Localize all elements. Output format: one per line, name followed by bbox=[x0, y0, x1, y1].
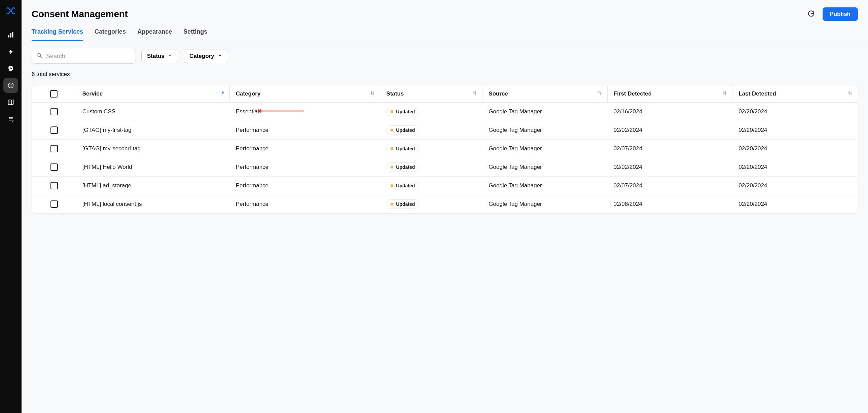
status-badge: Updated bbox=[386, 181, 419, 190]
row-checkbox[interactable] bbox=[51, 108, 58, 115]
row-checkbox[interactable] bbox=[51, 145, 58, 152]
th-last-detected[interactable]: Last Detected bbox=[733, 86, 858, 103]
tab-tracking-services[interactable]: Tracking Services bbox=[32, 28, 83, 41]
status-filter[interactable]: Status bbox=[141, 49, 178, 63]
category-filter[interactable]: Category bbox=[184, 49, 228, 63]
tabs: Tracking ServicesCategoriesAppearanceSet… bbox=[22, 21, 868, 41]
cell-source: Google Tag Manager bbox=[483, 158, 608, 177]
nav-shield[interactable] bbox=[3, 61, 18, 76]
status-badge: Updated bbox=[386, 107, 419, 116]
svg-rect-1 bbox=[10, 33, 11, 38]
svg-point-10 bbox=[10, 86, 10, 87]
cell-category: Performance bbox=[230, 158, 380, 177]
search-input[interactable] bbox=[46, 53, 131, 60]
search-field[interactable] bbox=[32, 49, 136, 64]
cell-last-detected: 02/20/2024 bbox=[733, 195, 858, 213]
th-first-label: First Detected bbox=[614, 91, 652, 97]
svg-point-7 bbox=[9, 85, 10, 85]
cell-last-detected: 02/20/2024 bbox=[733, 158, 858, 177]
sort-icon bbox=[722, 91, 727, 98]
th-source[interactable]: Source bbox=[483, 86, 608, 103]
status-badge: Updated bbox=[386, 199, 419, 209]
svg-point-9 bbox=[11, 86, 12, 87]
status-text: Updated bbox=[396, 127, 415, 133]
refresh-button[interactable] bbox=[805, 8, 817, 20]
cell-status: Updated bbox=[380, 103, 483, 121]
status-text: Updated bbox=[396, 201, 415, 207]
tab-appearance[interactable]: Appearance bbox=[137, 28, 172, 41]
logo[interactable] bbox=[3, 3, 18, 18]
nav-list[interactable] bbox=[3, 112, 18, 126]
refresh-icon bbox=[807, 10, 815, 19]
svg-rect-2 bbox=[12, 32, 13, 38]
tab-categories[interactable]: Categories bbox=[95, 28, 126, 41]
publish-button[interactable]: Publish bbox=[823, 7, 858, 21]
table-row[interactable]: [HTML] Hello WorldPerformanceUpdatedGoog… bbox=[32, 158, 858, 177]
status-dot-icon bbox=[391, 147, 393, 150]
status-badge: Updated bbox=[386, 144, 419, 153]
toolbar: Status Category bbox=[22, 41, 868, 64]
total-services-text: 6 total services bbox=[22, 64, 868, 78]
th-last-label: Last Detected bbox=[739, 91, 776, 97]
status-text: Updated bbox=[396, 146, 415, 151]
cell-first-detected: 02/02/2024 bbox=[608, 121, 733, 139]
status-filter-label: Status bbox=[147, 53, 164, 60]
services-table: Service Category Status bbox=[32, 85, 858, 214]
annotation-arrow-icon bbox=[257, 108, 304, 115]
table-container: Service Category Status bbox=[22, 78, 868, 221]
nav-map[interactable] bbox=[3, 95, 18, 109]
cell-status: Updated bbox=[380, 177, 483, 195]
chevron-down-icon bbox=[218, 53, 222, 60]
nav-analytics[interactable] bbox=[3, 28, 18, 42]
table-row[interactable]: [HTML] ad_storagePerformanceUpdatedGoogl… bbox=[32, 177, 858, 195]
th-status[interactable]: Status bbox=[380, 86, 483, 103]
status-text: Updated bbox=[396, 109, 415, 114]
cell-source: Google Tag Manager bbox=[483, 139, 608, 158]
th-source-label: Source bbox=[489, 91, 508, 97]
cell-last-detected: 02/20/2024 bbox=[733, 103, 858, 121]
status-dot-icon bbox=[391, 184, 393, 187]
status-badge: Updated bbox=[386, 125, 419, 135]
table-row[interactable]: [GTAG] my-second-tagPerformanceUpdatedGo… bbox=[32, 139, 858, 158]
sort-icon bbox=[370, 91, 375, 98]
cell-service: [GTAG] my-first-tag bbox=[76, 121, 230, 139]
cell-source: Google Tag Manager bbox=[483, 195, 608, 213]
row-checkbox[interactable] bbox=[51, 163, 58, 171]
row-checkbox[interactable] bbox=[51, 126, 58, 134]
nav-consent[interactable] bbox=[3, 78, 18, 93]
sort-icon bbox=[597, 91, 602, 98]
select-all-checkbox[interactable] bbox=[50, 90, 58, 98]
th-service[interactable]: Service bbox=[76, 86, 230, 103]
th-first-detected[interactable]: First Detected bbox=[608, 86, 733, 103]
table-row[interactable]: [HTML] local consent.jsPerformanceUpdate… bbox=[32, 195, 858, 213]
nav-lightning[interactable] bbox=[3, 44, 18, 59]
th-category[interactable]: Category bbox=[230, 86, 380, 103]
cell-category: Performance bbox=[230, 139, 380, 158]
row-checkbox[interactable] bbox=[51, 182, 58, 189]
tab-settings[interactable]: Settings bbox=[183, 28, 207, 41]
category-filter-label: Category bbox=[189, 53, 214, 60]
row-checkbox[interactable] bbox=[51, 200, 58, 208]
table-row[interactable]: [GTAG] my-first-tagPerformanceUpdatedGoo… bbox=[32, 121, 858, 139]
status-text: Updated bbox=[396, 164, 415, 170]
cell-service: Custom CSS bbox=[76, 103, 230, 121]
main-content: Consent Management Publish Tracking Serv… bbox=[22, 0, 868, 413]
cell-first-detected: 02/02/2024 bbox=[608, 158, 733, 177]
cell-source: Google Tag Manager bbox=[483, 121, 608, 139]
cell-source: Google Tag Manager bbox=[483, 177, 608, 195]
cell-last-detected: 02/20/2024 bbox=[733, 177, 858, 195]
status-dot-icon bbox=[391, 110, 393, 113]
cell-source: Google Tag Manager bbox=[483, 103, 608, 121]
header-actions: Publish bbox=[805, 7, 858, 21]
table-row[interactable]: Custom CSSEssentialUpdatedGoogle Tag Man… bbox=[32, 103, 858, 121]
cell-category: Essential bbox=[230, 103, 380, 121]
cell-last-detected: 02/20/2024 bbox=[733, 139, 858, 158]
cell-category: Performance bbox=[230, 195, 380, 213]
cell-first-detected: 02/16/2024 bbox=[608, 103, 733, 121]
status-badge: Updated bbox=[386, 162, 419, 172]
sidebar bbox=[0, 0, 22, 413]
search-icon bbox=[37, 53, 43, 60]
cell-first-detected: 02/08/2024 bbox=[608, 195, 733, 213]
sort-icon bbox=[472, 91, 477, 98]
page-header: Consent Management Publish bbox=[22, 0, 868, 21]
